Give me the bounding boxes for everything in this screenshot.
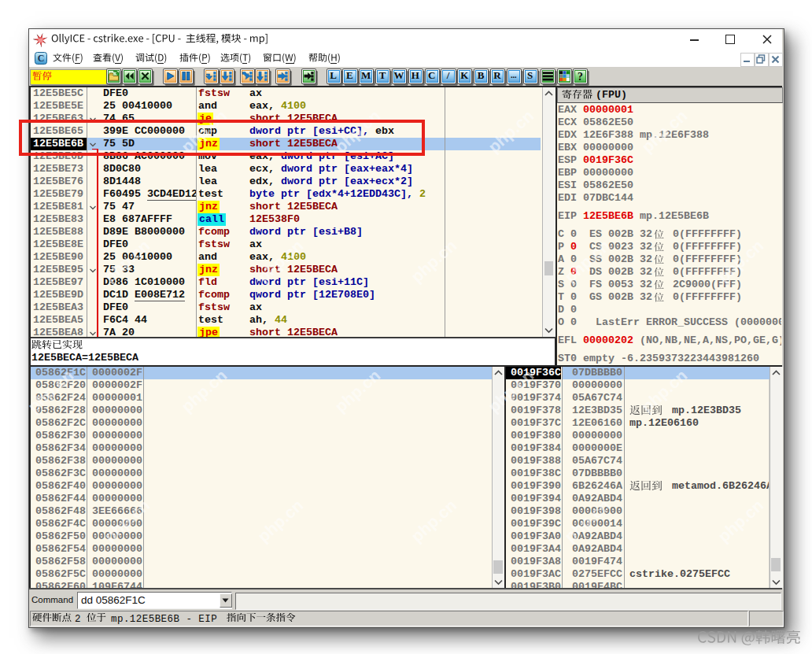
svg-text:C: C — [38, 53, 45, 64]
svg-text:?: ? — [578, 71, 583, 83]
